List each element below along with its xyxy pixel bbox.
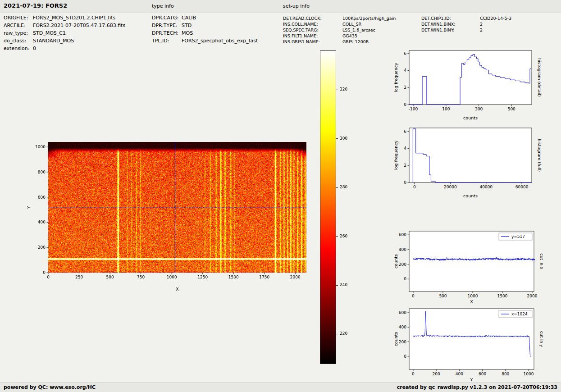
meta-label: DET.READ.CLOCK: — [283, 16, 342, 21]
y-tick-label: 400 — [38, 220, 46, 224]
right-axis-label: cut in x — [539, 253, 544, 269]
colorbar-tick-label: 300 — [340, 136, 347, 141]
colorbar-tick — [336, 285, 338, 286]
x-tick-label: 40000 — [479, 185, 493, 189]
meta-value: 0 — [33, 46, 36, 51]
meta-label: INS.FILT1.NAME: — [283, 33, 342, 38]
meta-row: INS.GRIS1.NAME:GRIS_1200R — [283, 39, 396, 45]
y-tick-label: 600 — [399, 232, 406, 237]
meta-row: TPL.ID:FORS2_specphot_obs_exp_fast — [152, 38, 258, 46]
x-tick-label: 20000 — [444, 185, 457, 189]
plot-frame — [409, 50, 532, 105]
x-axis-label: counts — [463, 193, 478, 198]
file-info-block: ORIGFILE:FORS2_MOS_STD201.2.CHIP1.fitsAR… — [4, 15, 125, 53]
meta-row: DPR.TYPE:STD — [152, 23, 258, 30]
meta-label: DPR.TECH: — [152, 30, 182, 36]
x-axis-label: X — [176, 287, 179, 292]
meta-label: raw_type: — [4, 30, 33, 36]
page-title: 2021-07-19: FORS2 — [4, 2, 67, 9]
y-axis-label: log frequency — [393, 63, 398, 92]
meta-value: FORS2.2021-07-20T05:47:17.683.fits — [33, 23, 125, 28]
meta-row: ORIGFILE:FORS2_MOS_STD201.2.CHIP1.fits — [4, 15, 125, 23]
meta-label: ORIGFILE: — [4, 15, 33, 21]
y-tick-label: 6 — [404, 129, 406, 134]
footer-bar: powered by QC: www.eso.org/HC created by… — [0, 382, 561, 392]
x-tick-label: 250 — [75, 275, 83, 279]
x-tick-label: 300 — [475, 107, 483, 111]
meta-row: DET.WIN1.BINY:2 — [421, 27, 511, 33]
meta-label: DET.WIN1.BINY: — [421, 27, 480, 32]
y-tick-label: 200 — [399, 340, 406, 344]
y-tick-label: 4 — [404, 68, 406, 73]
colorbar-tick — [336, 334, 338, 334]
meta-label: SEQ.SPEC.TARG: — [283, 27, 342, 32]
meta-label: INS.COLL.NAME: — [283, 22, 342, 27]
setup-info-heading: set-up info — [283, 3, 310, 9]
x-tick-label: 500 — [508, 107, 515, 111]
x-tick-label: 100 — [442, 107, 450, 111]
legend-label: y=517 — [511, 234, 525, 239]
x-tick-label: 0 — [413, 185, 416, 189]
x-axis-label: X — [470, 299, 473, 304]
x-tick-label: 1000 — [468, 294, 478, 298]
y-tick-label: 6 — [404, 51, 406, 56]
colorbar-tick — [336, 138, 338, 139]
meta-label: ARCFILE: — [4, 23, 33, 28]
x-tick-label: -100 — [409, 107, 418, 111]
colorbar-tick-label: 320 — [340, 87, 347, 91]
meta-row: ARCFILE:FORS2.2021-07-20T05:47:17.683.fi… — [4, 23, 125, 30]
y-tick-label: 0 — [43, 270, 46, 275]
meta-value: CCID20-14-5-3 — [480, 16, 511, 21]
meta-value: 2 — [480, 27, 483, 32]
meta-label: DET.CHIP1.ID: — [421, 16, 480, 21]
x-tick-label: 600 — [479, 372, 486, 376]
legend-label: x=1024 — [511, 312, 528, 316]
right-axis-label: cut in y — [539, 331, 544, 347]
y-tick-label: 2 — [404, 85, 406, 90]
plot-frame — [409, 128, 532, 182]
footer-powered-by-link[interactable]: powered by QC: www.eso.org/HC — [4, 384, 96, 390]
meta-row: DPR.TECH:MOS — [152, 30, 258, 38]
header-bar: 2021-07-19: FORS2 type info set-up info — [0, 0, 561, 13]
y-axis-label: counts — [393, 332, 398, 346]
meta-row: extension:0 — [4, 46, 125, 53]
colorbar-tick-labels: 220240260280300320 — [336, 50, 356, 364]
y-tick-label: 0 — [404, 277, 406, 281]
colorbar-tick — [336, 236, 338, 237]
meta-value: LSS_1.6_arcsec — [342, 27, 375, 32]
cut-in-y-chart: 020040060080010000200400600Ycountscut in… — [388, 305, 545, 386]
x-tick-label: 0 — [412, 294, 415, 298]
meta-row: INS.COLL.NAME:COLL_SR — [283, 22, 396, 27]
y-tick-label: 400 — [399, 325, 406, 329]
meta-label: DPR.TYPE: — [152, 23, 182, 28]
x-tick-label: 1500 — [228, 275, 239, 279]
meta-row: DET.CHIP1.ID:CCID20-14-5-3 — [421, 16, 511, 22]
meta-label: do_class: — [4, 38, 33, 44]
colorbar-tick-label: 260 — [340, 234, 347, 238]
x-tick-label: 1000 — [167, 275, 177, 279]
x-tick-label: 0 — [412, 372, 415, 376]
y-axis-label: Y — [26, 206, 31, 209]
right-axis-label: histogram (detail) — [537, 58, 542, 96]
raw-image-axes: 0250500750100012501500175020000200400600… — [25, 135, 322, 297]
meta-label: DPR.CATG: — [152, 15, 182, 21]
histogram-detail-chart: -1001003005000246countslog frequencyhist… — [388, 45, 545, 126]
x-tick-label: 500 — [439, 294, 447, 298]
meta-label: TPL.ID: — [152, 38, 182, 44]
meta-value: STD_MOS_C1 — [33, 30, 66, 36]
x-tick-label: 2000 — [290, 275, 301, 279]
cut-in-x-chart: 05001000150020000200400600Xcountscut in … — [388, 228, 545, 309]
y-tick-label: 1000 — [35, 145, 46, 149]
y-tick-label: 600 — [399, 310, 406, 315]
setup-info-block-2: DET.CHIP1.ID:CCID20-14-5-3DET.WIN1.BINX:… — [421, 16, 511, 33]
x-axis-label: counts — [463, 115, 478, 120]
colorbar-tick — [336, 90, 338, 90]
y-tick-label: 0 — [404, 102, 406, 107]
x-tick-label: 400 — [456, 372, 463, 376]
y-tick-label: 800 — [38, 170, 46, 174]
meta-label: INS.GRIS1.NAME: — [283, 39, 342, 44]
y-axis-label: counts — [393, 254, 398, 269]
meta-row: SEQ.SPEC.TARG:LSS_1.6_arcsec — [283, 27, 396, 33]
colorbar-tick-label: 280 — [340, 185, 347, 189]
meta-value: STANDARD_MOS — [33, 38, 74, 44]
